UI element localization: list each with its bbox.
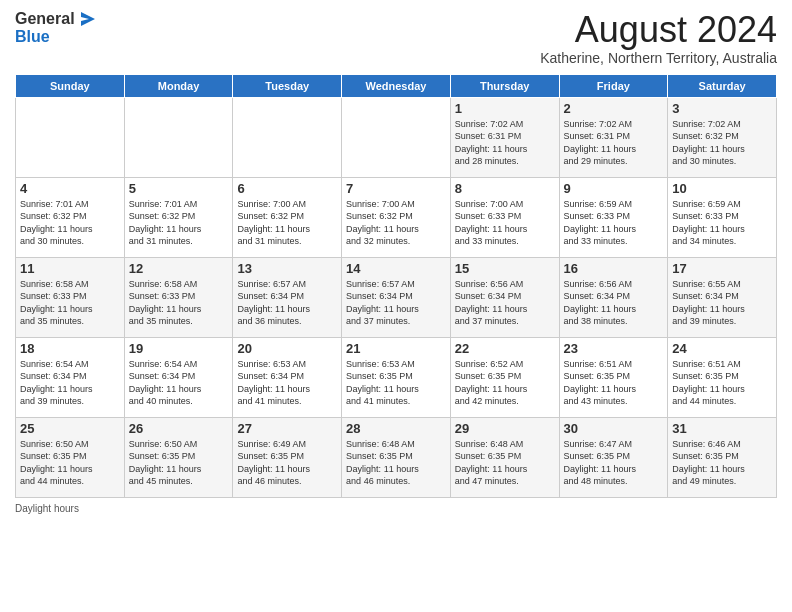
logo-arrow-icon bbox=[77, 10, 95, 28]
week-row-5: 25Sunrise: 6:50 AM Sunset: 6:35 PM Dayli… bbox=[16, 417, 777, 497]
week-row-4: 18Sunrise: 6:54 AM Sunset: 6:34 PM Dayli… bbox=[16, 337, 777, 417]
day-number: 18 bbox=[20, 341, 120, 356]
page: General Blue August 2024 Katherine, Nort… bbox=[0, 0, 792, 612]
calendar-cell: 13Sunrise: 6:57 AM Sunset: 6:34 PM Dayli… bbox=[233, 257, 342, 337]
day-number: 28 bbox=[346, 421, 446, 436]
day-number: 20 bbox=[237, 341, 337, 356]
calendar-cell: 23Sunrise: 6:51 AM Sunset: 6:35 PM Dayli… bbox=[559, 337, 668, 417]
calendar-cell: 11Sunrise: 6:58 AM Sunset: 6:33 PM Dayli… bbox=[16, 257, 125, 337]
calendar-cell: 7Sunrise: 7:00 AM Sunset: 6:32 PM Daylig… bbox=[342, 177, 451, 257]
day-number: 12 bbox=[129, 261, 229, 276]
calendar-cell: 5Sunrise: 7:01 AM Sunset: 6:32 PM Daylig… bbox=[124, 177, 233, 257]
column-header-sunday: Sunday bbox=[16, 74, 125, 97]
footer: Daylight hours bbox=[15, 503, 777, 514]
week-row-1: 1Sunrise: 7:02 AM Sunset: 6:31 PM Daylig… bbox=[16, 97, 777, 177]
header: General Blue August 2024 Katherine, Nort… bbox=[15, 10, 777, 66]
column-header-tuesday: Tuesday bbox=[233, 74, 342, 97]
calendar-cell: 30Sunrise: 6:47 AM Sunset: 6:35 PM Dayli… bbox=[559, 417, 668, 497]
day-number: 13 bbox=[237, 261, 337, 276]
day-number: 31 bbox=[672, 421, 772, 436]
calendar-cell: 2Sunrise: 7:02 AM Sunset: 6:31 PM Daylig… bbox=[559, 97, 668, 177]
day-number: 22 bbox=[455, 341, 555, 356]
header-row: SundayMondayTuesdayWednesdayThursdayFrid… bbox=[16, 74, 777, 97]
day-info: Sunrise: 6:51 AM Sunset: 6:35 PM Dayligh… bbox=[564, 358, 664, 408]
calendar-cell: 19Sunrise: 6:54 AM Sunset: 6:34 PM Dayli… bbox=[124, 337, 233, 417]
day-number: 10 bbox=[672, 181, 772, 196]
day-number: 21 bbox=[346, 341, 446, 356]
day-info: Sunrise: 6:53 AM Sunset: 6:34 PM Dayligh… bbox=[237, 358, 337, 408]
day-number: 8 bbox=[455, 181, 555, 196]
day-number: 7 bbox=[346, 181, 446, 196]
day-number: 19 bbox=[129, 341, 229, 356]
day-info: Sunrise: 6:56 AM Sunset: 6:34 PM Dayligh… bbox=[455, 278, 555, 328]
calendar-cell: 8Sunrise: 7:00 AM Sunset: 6:33 PM Daylig… bbox=[450, 177, 559, 257]
day-number: 11 bbox=[20, 261, 120, 276]
logo-blue: Blue bbox=[15, 28, 95, 46]
calendar-cell: 14Sunrise: 6:57 AM Sunset: 6:34 PM Dayli… bbox=[342, 257, 451, 337]
day-number: 14 bbox=[346, 261, 446, 276]
day-info: Sunrise: 7:02 AM Sunset: 6:32 PM Dayligh… bbox=[672, 118, 772, 168]
calendar-cell: 6Sunrise: 7:00 AM Sunset: 6:32 PM Daylig… bbox=[233, 177, 342, 257]
day-info: Sunrise: 6:53 AM Sunset: 6:35 PM Dayligh… bbox=[346, 358, 446, 408]
calendar-cell: 1Sunrise: 7:02 AM Sunset: 6:31 PM Daylig… bbox=[450, 97, 559, 177]
calendar-cell: 12Sunrise: 6:58 AM Sunset: 6:33 PM Dayli… bbox=[124, 257, 233, 337]
day-info: Sunrise: 6:54 AM Sunset: 6:34 PM Dayligh… bbox=[20, 358, 120, 408]
main-title: August 2024 bbox=[540, 10, 777, 50]
day-number: 1 bbox=[455, 101, 555, 116]
calendar-cell: 31Sunrise: 6:46 AM Sunset: 6:35 PM Dayli… bbox=[668, 417, 777, 497]
column-header-monday: Monday bbox=[124, 74, 233, 97]
column-header-saturday: Saturday bbox=[668, 74, 777, 97]
calendar-cell: 26Sunrise: 6:50 AM Sunset: 6:35 PM Dayli… bbox=[124, 417, 233, 497]
calendar-cell bbox=[342, 97, 451, 177]
day-info: Sunrise: 6:59 AM Sunset: 6:33 PM Dayligh… bbox=[672, 198, 772, 248]
day-number: 4 bbox=[20, 181, 120, 196]
column-header-thursday: Thursday bbox=[450, 74, 559, 97]
calendar-cell: 17Sunrise: 6:55 AM Sunset: 6:34 PM Dayli… bbox=[668, 257, 777, 337]
title-block: August 2024 Katherine, Northern Territor… bbox=[540, 10, 777, 66]
calendar-cell: 9Sunrise: 6:59 AM Sunset: 6:33 PM Daylig… bbox=[559, 177, 668, 257]
calendar-cell: 15Sunrise: 6:56 AM Sunset: 6:34 PM Dayli… bbox=[450, 257, 559, 337]
logo-general: General bbox=[15, 10, 75, 28]
calendar-cell: 29Sunrise: 6:48 AM Sunset: 6:35 PM Dayli… bbox=[450, 417, 559, 497]
day-number: 9 bbox=[564, 181, 664, 196]
calendar-table: SundayMondayTuesdayWednesdayThursdayFrid… bbox=[15, 74, 777, 498]
day-number: 27 bbox=[237, 421, 337, 436]
subtitle: Katherine, Northern Territory, Australia bbox=[540, 50, 777, 66]
svg-marker-0 bbox=[81, 12, 95, 26]
day-number: 3 bbox=[672, 101, 772, 116]
logo-text: General Blue bbox=[15, 10, 95, 46]
day-number: 17 bbox=[672, 261, 772, 276]
calendar-cell: 28Sunrise: 6:48 AM Sunset: 6:35 PM Dayli… bbox=[342, 417, 451, 497]
day-info: Sunrise: 6:56 AM Sunset: 6:34 PM Dayligh… bbox=[564, 278, 664, 328]
day-info: Sunrise: 6:50 AM Sunset: 6:35 PM Dayligh… bbox=[129, 438, 229, 488]
day-number: 23 bbox=[564, 341, 664, 356]
calendar-cell: 18Sunrise: 6:54 AM Sunset: 6:34 PM Dayli… bbox=[16, 337, 125, 417]
calendar-cell: 25Sunrise: 6:50 AM Sunset: 6:35 PM Dayli… bbox=[16, 417, 125, 497]
day-info: Sunrise: 6:47 AM Sunset: 6:35 PM Dayligh… bbox=[564, 438, 664, 488]
day-info: Sunrise: 7:01 AM Sunset: 6:32 PM Dayligh… bbox=[20, 198, 120, 248]
day-info: Sunrise: 7:01 AM Sunset: 6:32 PM Dayligh… bbox=[129, 198, 229, 248]
daylight-label: Daylight hours bbox=[15, 503, 79, 514]
day-info: Sunrise: 7:02 AM Sunset: 6:31 PM Dayligh… bbox=[564, 118, 664, 168]
day-info: Sunrise: 6:59 AM Sunset: 6:33 PM Dayligh… bbox=[564, 198, 664, 248]
week-row-3: 11Sunrise: 6:58 AM Sunset: 6:33 PM Dayli… bbox=[16, 257, 777, 337]
day-info: Sunrise: 6:58 AM Sunset: 6:33 PM Dayligh… bbox=[20, 278, 120, 328]
calendar-cell bbox=[124, 97, 233, 177]
day-info: Sunrise: 6:54 AM Sunset: 6:34 PM Dayligh… bbox=[129, 358, 229, 408]
day-info: Sunrise: 6:50 AM Sunset: 6:35 PM Dayligh… bbox=[20, 438, 120, 488]
calendar-cell bbox=[233, 97, 342, 177]
calendar-cell: 20Sunrise: 6:53 AM Sunset: 6:34 PM Dayli… bbox=[233, 337, 342, 417]
day-info: Sunrise: 6:58 AM Sunset: 6:33 PM Dayligh… bbox=[129, 278, 229, 328]
calendar-cell: 3Sunrise: 7:02 AM Sunset: 6:32 PM Daylig… bbox=[668, 97, 777, 177]
day-number: 29 bbox=[455, 421, 555, 436]
column-header-friday: Friday bbox=[559, 74, 668, 97]
calendar-cell: 22Sunrise: 6:52 AM Sunset: 6:35 PM Dayli… bbox=[450, 337, 559, 417]
calendar-cell: 24Sunrise: 6:51 AM Sunset: 6:35 PM Dayli… bbox=[668, 337, 777, 417]
calendar-cell: 21Sunrise: 6:53 AM Sunset: 6:35 PM Dayli… bbox=[342, 337, 451, 417]
day-info: Sunrise: 6:48 AM Sunset: 6:35 PM Dayligh… bbox=[346, 438, 446, 488]
day-number: 2 bbox=[564, 101, 664, 116]
calendar-cell: 4Sunrise: 7:01 AM Sunset: 6:32 PM Daylig… bbox=[16, 177, 125, 257]
day-info: Sunrise: 7:00 AM Sunset: 6:32 PM Dayligh… bbox=[237, 198, 337, 248]
day-info: Sunrise: 7:00 AM Sunset: 6:33 PM Dayligh… bbox=[455, 198, 555, 248]
day-number: 6 bbox=[237, 181, 337, 196]
